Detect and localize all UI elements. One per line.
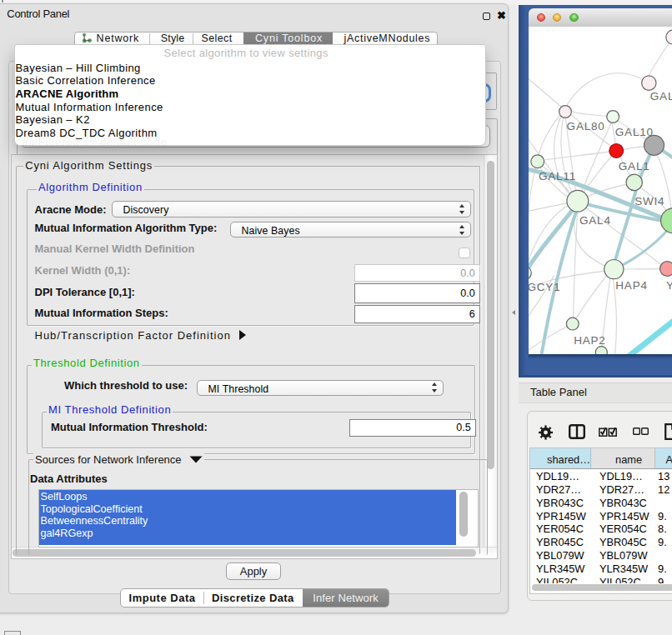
svg-text:YER: YER bbox=[666, 278, 672, 291]
svg-text:GAL10: GAL10 bbox=[615, 125, 654, 138]
svg-text:GAL80: GAL80 bbox=[566, 119, 604, 132]
svg-text:GAL4: GAL4 bbox=[579, 213, 611, 226]
svg-text:HAP2: HAP2 bbox=[574, 333, 605, 346]
svg-text:GAL7: GAL7 bbox=[650, 89, 672, 102]
svg-text:SWI4: SWI4 bbox=[634, 194, 664, 207]
svg-text:GCY1: GCY1 bbox=[529, 280, 560, 292]
svg-text:HAP4: HAP4 bbox=[615, 278, 647, 291]
svg-text:GAL1: GAL1 bbox=[619, 159, 650, 172]
svg-text:GAL11: GAL11 bbox=[539, 169, 576, 182]
